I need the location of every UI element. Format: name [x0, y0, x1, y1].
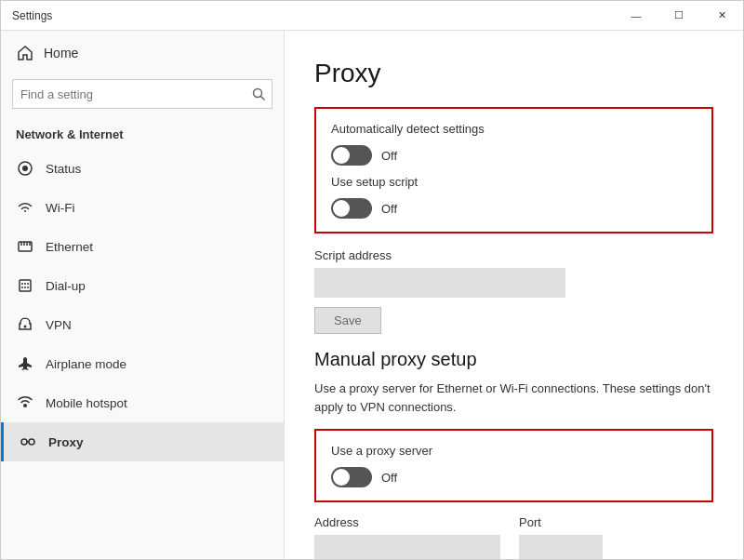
close-button[interactable]: ✕: [700, 1, 743, 30]
minimize-button[interactable]: —: [615, 1, 658, 30]
address-port-section: Address Port: [314, 515, 713, 559]
search-box: [12, 79, 272, 109]
ethernet-icon: [16, 237, 34, 256]
auto-detect-label: Automatically detect settings: [331, 122, 697, 136]
automatic-proxy-section: Automatically detect settings Off Use se…: [314, 107, 713, 233]
sidebar: Home Network & Internet: [1, 31, 285, 559]
home-label: Home: [44, 46, 78, 60]
sidebar-home[interactable]: Home: [1, 31, 284, 75]
svg-point-12: [27, 283, 29, 285]
auto-detect-toggle-row: Off: [331, 145, 697, 166]
svg-point-3: [22, 166, 28, 171]
sidebar-item-status[interactable]: Status: [1, 149, 284, 188]
svg-point-15: [27, 287, 29, 288]
hotspot-icon: [16, 393, 34, 412]
status-icon: [16, 159, 34, 178]
svg-point-13: [21, 287, 23, 288]
home-icon: [16, 44, 34, 62]
setup-script-toggle[interactable]: [331, 198, 372, 219]
sidebar-section-title: Network & Internet: [1, 120, 284, 149]
window-title: Settings: [12, 9, 52, 22]
svg-point-18: [21, 439, 27, 445]
save-button[interactable]: Save: [314, 307, 381, 334]
address-label: Address: [314, 515, 500, 529]
search-input[interactable]: [12, 79, 272, 109]
manual-proxy-title: Manual proxy setup: [314, 349, 713, 370]
sidebar-item-ethernet[interactable]: Ethernet: [1, 227, 284, 266]
proxy-toggle-label: Off: [381, 471, 397, 485]
svg-point-11: [24, 283, 26, 285]
sidebar-item-hotspot[interactable]: Mobile hotspot: [1, 383, 284, 422]
auto-detect-toggle[interactable]: [331, 145, 372, 166]
maximize-button[interactable]: ☐: [658, 1, 700, 30]
svg-point-14: [24, 287, 26, 288]
script-address-section: Script address Save: [314, 248, 713, 334]
sidebar-item-vpn[interactable]: VPN: [1, 305, 284, 344]
sidebar-label-vpn: VPN: [46, 318, 72, 332]
wifi-icon: [16, 198, 34, 217]
sidebar-item-proxy[interactable]: Proxy: [1, 422, 284, 461]
svg-line-1: [261, 97, 265, 100]
sidebar-label-hotspot: Mobile hotspot: [46, 396, 127, 410]
airplane-icon: [16, 354, 34, 373]
use-proxy-label: Use a proxy server: [331, 444, 697, 458]
sidebar-item-airplane[interactable]: Airplane mode: [1, 344, 284, 383]
sidebar-label-airplane: Airplane mode: [46, 357, 126, 371]
sidebar-item-wifi[interactable]: Wi-Fi: [1, 188, 284, 227]
main-content: Proxy Automatically detect settings Off …: [285, 31, 743, 559]
page-title: Proxy: [314, 59, 713, 88]
search-icon: [252, 87, 265, 100]
auto-detect-toggle-label: Off: [381, 149, 397, 163]
svg-rect-9: [20, 280, 31, 291]
address-input[interactable]: [314, 535, 500, 559]
window-controls: — ☐ ✕: [615, 1, 743, 30]
setup-script-label: Use setup script: [331, 175, 697, 189]
setup-script-toggle-label: Off: [381, 202, 397, 216]
title-bar: Settings — ☐ ✕: [1, 1, 743, 31]
manual-proxy-description: Use a proxy server for Ethernet or Wi-Fi…: [314, 380, 713, 416]
sidebar-label-wifi: Wi-Fi: [46, 201, 74, 215]
svg-point-16: [24, 326, 27, 328]
proxy-toggle-row: Off: [331, 467, 697, 487]
settings-window: Settings — ☐ ✕ Home: [0, 0, 744, 560]
svg-point-10: [21, 283, 23, 285]
script-address-label: Script address: [314, 248, 713, 262]
content-area: Home Network & Internet: [1, 31, 743, 559]
sidebar-label-dialup: Dial-up: [46, 279, 86, 293]
svg-point-17: [23, 404, 27, 407]
port-label: Port: [519, 515, 603, 529]
use-proxy-section: Use a proxy server Off: [314, 429, 713, 502]
proxy-icon: [19, 433, 37, 451]
script-address-input[interactable]: [314, 268, 565, 298]
dialup-icon: [16, 276, 34, 295]
sidebar-item-dialup[interactable]: Dial-up: [1, 266, 284, 305]
address-field-group: Address: [314, 515, 500, 559]
svg-point-19: [29, 439, 34, 445]
port-input[interactable]: [519, 535, 603, 559]
port-field-group: Port: [519, 515, 603, 559]
vpn-icon: [16, 315, 34, 334]
sidebar-label-status: Status: [46, 162, 81, 176]
setup-script-toggle-row: Off: [331, 198, 697, 219]
proxy-toggle[interactable]: [331, 467, 372, 487]
sidebar-label-proxy: Proxy: [48, 435, 84, 449]
sidebar-label-ethernet: Ethernet: [46, 240, 93, 254]
